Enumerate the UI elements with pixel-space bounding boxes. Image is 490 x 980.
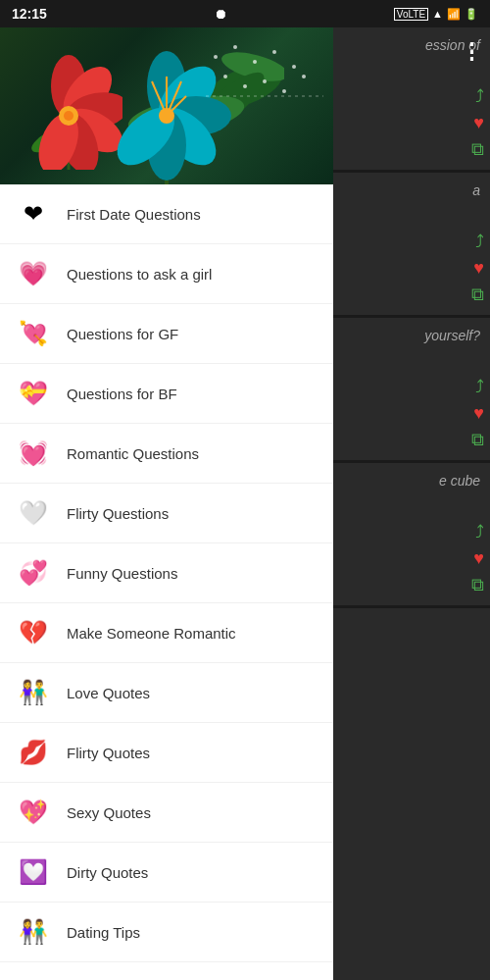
card-2-actions: ⤴ ♥ ⧉ (471, 232, 484, 305)
dating-tips-label: Dating Tips (67, 924, 140, 941)
right-panel: ession of ⤴ ♥ ⧉ a ⤴ ♥ ⧉ yourself? ⤴ ♥ ⧉ … (333, 27, 490, 980)
dating-tips-icon: 👫 (16, 914, 51, 950)
heart-icon-4[interactable]: ♥ (473, 548, 484, 569)
svg-point-32 (223, 75, 227, 78)
menu-item-flirty-quotes[interactable]: 💋Flirty Quotes (0, 723, 333, 783)
menu-item-first-date-questions[interactable]: ❤First Date Questions (0, 184, 333, 244)
svg-point-28 (233, 45, 237, 49)
overflow-menu-button[interactable]: ⋮ (461, 39, 482, 65)
questions-to-ask-girl-label: Questions to ask a girl (67, 266, 212, 283)
flirty-quotes-label: Flirty Quotes (67, 745, 150, 761)
first-date-questions-icon: ❤ (16, 196, 51, 232)
volte-icon: VoLTE (394, 8, 428, 21)
menu-item-romantic-questions[interactable]: 💓Romantic Questions (0, 424, 333, 484)
menu-item-flirty-questions[interactable]: 🤍Flirty Questions (0, 484, 333, 543)
copy-icon-1[interactable]: ⧉ (471, 139, 484, 160)
share-icon-1[interactable]: ⤴ (475, 86, 484, 107)
copy-icon-3[interactable]: ⧉ (471, 430, 484, 450)
menu-item-questions-for-bf[interactable]: 💝Questions for BF (0, 364, 333, 424)
dirty-quotes-icon: 💟 (16, 854, 51, 890)
flirty-quotes-icon: 💋 (16, 735, 51, 770)
questions-for-bf-label: Questions for BF (67, 386, 177, 402)
svg-point-30 (272, 50, 276, 54)
menu-item-love-quotes[interactable]: 👫Love Quotes (0, 663, 333, 723)
navigation-drawer: ❤First Date Questions💗Questions to ask a… (0, 27, 333, 980)
signal-icon: 📶 (447, 8, 461, 21)
menu-item-favorites[interactable]: ❤Favorites (0, 962, 333, 980)
svg-point-31 (292, 65, 296, 69)
love-quotes-icon: 👫 (16, 675, 51, 710)
card-2-text: a (472, 182, 484, 198)
svg-point-10 (64, 111, 74, 121)
sexy-quotes-label: Sexy Quotes (67, 804, 151, 821)
love-quotes-label: Love Quotes (67, 685, 150, 701)
make-someone-romantic-icon: 💔 (16, 615, 51, 650)
questions-for-bf-icon: 💝 (16, 376, 51, 411)
quote-card-2: a ⤴ ♥ ⧉ (333, 173, 490, 318)
dirty-quotes-label: Dirty Quotes (67, 864, 148, 881)
drawer-header (0, 27, 333, 184)
funny-questions-icon: 💞 (16, 555, 51, 591)
overflow-menu-icon: ⋮ (461, 39, 482, 64)
svg-point-33 (243, 84, 247, 88)
battery-icon: 🔋 (465, 8, 478, 21)
heart-icon-2[interactable]: ♥ (473, 258, 484, 279)
menu-item-make-someone-romantic[interactable]: 💔Make Someone Romantic (0, 603, 333, 663)
menu-item-sexy-quotes[interactable]: 💖Sexy Quotes (0, 783, 333, 843)
card-1-actions: ⤴ ♥ ⧉ (471, 86, 484, 160)
copy-icon-2[interactable]: ⧉ (471, 284, 484, 305)
copy-icon-4[interactable]: ⧉ (471, 575, 484, 595)
svg-point-34 (263, 79, 267, 83)
status-bar: 12:15 ⏺ VoLTE ▲ 📶 🔋 (0, 0, 490, 27)
romantic-questions-label: Romantic Questions (67, 445, 199, 462)
favorites-icon: ❤ (16, 974, 51, 980)
menu-item-funny-questions[interactable]: 💞Funny Questions (0, 543, 333, 603)
svg-point-27 (214, 55, 218, 59)
menu-item-dating-tips[interactable]: 👫Dating Tips (0, 903, 333, 962)
card-3-text: yourself? (424, 328, 484, 343)
menu-item-questions-for-gf[interactable]: 💘Questions for GF (0, 304, 333, 364)
menu-items-list: ❤First Date Questions💗Questions to ask a… (0, 184, 333, 980)
sexy-quotes-icon: 💖 (16, 795, 51, 830)
wifi-icon: ▲ (432, 8, 443, 20)
quote-card-4: e cube ⤴ ♥ ⧉ (333, 463, 490, 608)
menu-item-questions-to-ask-girl[interactable]: 💗Questions to ask a girl (0, 244, 333, 304)
questions-for-gf-icon: 💘 (16, 316, 51, 351)
flirty-questions-icon: 🤍 (16, 495, 51, 531)
card-3-actions: ⤴ ♥ ⧉ (471, 377, 484, 450)
card-4-actions: ⤴ ♥ ⧉ (471, 522, 484, 595)
card-4-text: e cube (439, 473, 484, 489)
decorative-dots (196, 37, 333, 126)
make-someone-romantic-label: Make Someone Romantic (67, 625, 236, 642)
svg-point-36 (302, 75, 306, 78)
share-icon-4[interactable]: ⤴ (475, 522, 484, 542)
status-dot-icon: ⏺ (214, 6, 227, 22)
flirty-questions-label: Flirty Questions (67, 505, 169, 522)
funny-questions-label: Funny Questions (67, 565, 177, 582)
menu-item-dirty-quotes[interactable]: 💟Dirty Quotes (0, 843, 333, 903)
questions-to-ask-girl-icon: 💗 (16, 256, 51, 291)
status-icons: VoLTE ▲ 📶 🔋 (394, 8, 478, 21)
first-date-questions-label: First Date Questions (67, 206, 201, 223)
status-time: 12:15 (12, 6, 47, 22)
heart-icon-1[interactable]: ♥ (473, 113, 484, 133)
romantic-questions-icon: 💓 (16, 436, 51, 471)
svg-point-29 (253, 60, 257, 64)
svg-point-26 (159, 108, 174, 124)
share-icon-3[interactable]: ⤴ (475, 377, 484, 397)
svg-point-35 (282, 89, 286, 93)
quote-card-3: yourself? ⤴ ♥ ⧉ (333, 318, 490, 463)
share-icon-2[interactable]: ⤴ (475, 232, 484, 252)
questions-for-gf-label: Questions for GF (67, 326, 178, 342)
heart-icon-3[interactable]: ♥ (473, 403, 484, 424)
